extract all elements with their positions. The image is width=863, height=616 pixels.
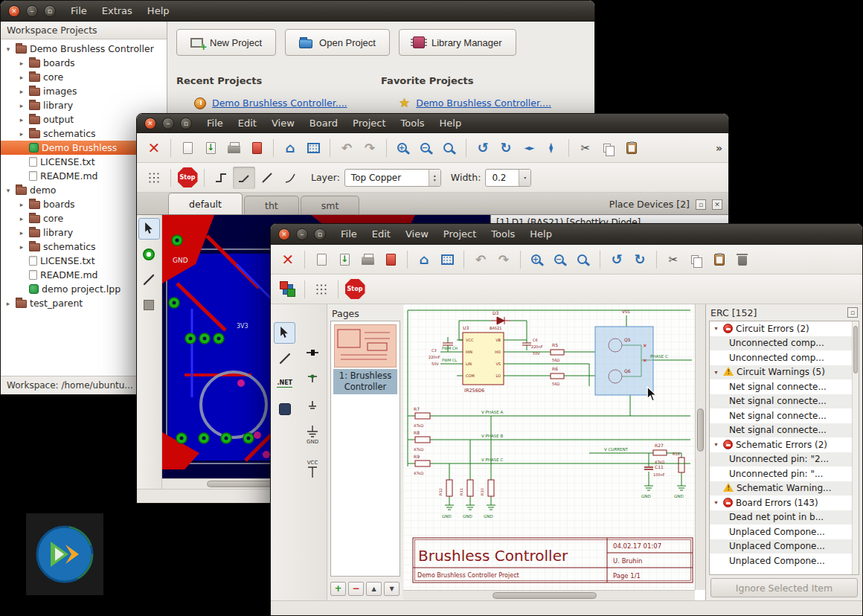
width-select[interactable]: 0.2 ▾ [485,169,531,187]
remove-page-button[interactable]: − [348,582,364,596]
erc-vscrollbar[interactable] [852,321,859,574]
erc-item[interactable]: Unplaced Compone... [710,539,859,554]
expand-arrow[interactable]: ▸ [17,60,26,67]
expand-arrow[interactable]: ▾ [712,499,720,506]
expand-arrow[interactable]: ▾ [4,187,13,194]
layer-select[interactable]: Top Copper ▴▾ [344,169,441,187]
draw-trace-tool[interactable] [138,269,160,290]
tree-item-boards[interactable]: ▸boards [1,56,167,70]
expand-arrow[interactable]: ▸ [17,201,26,208]
add-via-tool[interactable] [138,243,160,265]
rotate-ccw-button[interactable]: ↺ [606,248,628,271]
draw-wire-tool[interactable] [302,341,324,363]
erc-group-board-errors[interactable]: ▾Board Errors (143) [710,495,859,510]
menu-file[interactable]: File [341,228,357,240]
add-junction-tool[interactable] [302,368,324,389]
erc-item[interactable]: Unconnected comp... [710,350,859,365]
zoom-fit-button[interactable] [572,248,594,271]
undo-button[interactable]: ↶ [469,248,492,271]
maximize-button[interactable]: ▫ [44,5,56,17]
rotate-ccw-button[interactable]: ↺ [472,137,494,159]
erc-vscroll-handle[interactable] [853,326,858,373]
erc-group-circuit-errors[interactable]: ▾Circuit Errors (2) [710,321,859,336]
expand-arrow[interactable]: ▾ [712,369,720,376]
copy-button[interactable] [685,248,708,271]
expand-arrow[interactable]: ▸ [17,243,26,251]
dock-float-icon[interactable]: ▫ [696,199,706,210]
select-tool[interactable] [274,322,295,344]
expand-arrow[interactable]: ▸ [17,74,26,81]
delete-button[interactable] [731,248,754,271]
expand-arrow[interactable]: ▸ [17,130,26,138]
tab-default[interactable]: default [168,193,243,214]
workspace-projects-header[interactable]: Workspace Projects [1,22,167,39]
paste-button[interactable] [620,137,643,159]
zoom-out-button[interactable]: − [415,137,437,159]
wire-mode-45-button[interactable] [233,167,255,189]
menu-help[interactable]: Help [530,228,552,240]
close-button[interactable]: ✕ [144,118,156,129]
wire-mode-corner-button[interactable] [210,167,232,189]
schematic-hscrollbar[interactable] [403,590,695,600]
flip-horizontal-button[interactable]: ◄► [518,137,540,159]
erc-group-circuit-warnings[interactable]: ▾Circuit Warnings (5) [710,365,859,380]
favorite-project-item[interactable]: ★ Demo Brushless Controller.... [381,97,586,109]
close-button[interactable]: ✕ [8,5,20,17]
width-dropdown[interactable]: ▾ [519,170,530,186]
export-pdf-button[interactable] [246,137,268,159]
menu-file[interactable]: File [207,118,223,129]
tree-item-core[interactable]: ▸core [1,70,167,84]
tab-smt[interactable]: smt [301,196,360,214]
move-page-up-button[interactable]: ▲ [366,582,382,596]
print-button[interactable] [222,137,245,159]
expand-arrow[interactable]: ▸ [17,88,26,95]
erc-item[interactable]: Unconnected comp... [710,336,859,351]
copy-button[interactable] [597,137,620,159]
add-vcc-tool[interactable]: VCC [302,454,324,484]
erc-item[interactable]: Unplaced Compone... [710,554,859,568]
erc-item[interactable]: Net signal connecte... [710,408,859,423]
menu-board[interactable]: Board [309,118,338,129]
grid-properties-button[interactable] [310,278,333,301]
erc-item[interactable]: Dead net point in b... [710,510,859,525]
redo-button[interactable]: ↷ [493,248,515,271]
select-tool[interactable] [138,218,160,240]
add-component-tool[interactable] [302,394,324,415]
add-image-tool[interactable] [274,398,295,420]
add-page-button[interactable]: + [330,582,346,596]
wire-mode-straight-button[interactable] [256,167,278,189]
redo-button[interactable]: ↷ [359,137,381,159]
erc-item[interactable]: Net signal connecte... [710,423,859,438]
page-thumbnail[interactable] [334,324,397,368]
menu-view[interactable]: View [405,228,429,240]
close-button[interactable]: ✕ [278,228,290,240]
rotate-cw-button[interactable]: ↻ [629,248,651,271]
expand-arrow[interactable]: ▾ [712,325,720,332]
close-project-button[interactable]: ✕ [143,137,165,159]
zoom-fit-button[interactable] [438,137,461,159]
flip-vertical-button[interactable]: ◄► [541,137,563,159]
recent-project-link[interactable]: Demo Brushless Controller.... [212,97,347,109]
cut-button[interactable]: ✂ [662,248,684,271]
new-button[interactable] [176,137,199,159]
schematic-hscroll-handle[interactable] [493,592,597,599]
paste-button[interactable] [708,248,731,271]
schematic-vscrollbar[interactable] [695,304,705,590]
grid-properties-button[interactable] [143,167,165,189]
expand-arrow[interactable]: ▾ [712,441,720,448]
add-netlabel-tool[interactable]: .NET [274,373,295,394]
expand-arrow[interactable]: ▾ [4,45,13,53]
board-grid-button[interactable] [436,248,458,271]
maximize-button[interactable]: ▫ [180,118,192,129]
menu-help[interactable]: Help [147,5,170,16]
add-gnd-tool[interactable]: GND [302,420,324,449]
rotate-cw-button[interactable]: ↻ [495,137,517,159]
erc-item[interactable]: Unconnected pin: "2... [710,452,859,467]
erc-group-schematic-warnings[interactable]: Schematic Warning... [710,481,859,496]
cut-button[interactable]: ✂ [574,137,597,159]
erc-item[interactable]: Unplaced Compone... [710,524,859,539]
expand-arrow[interactable]: ▸ [17,215,26,222]
stop-command-button[interactable]: Stop [176,167,199,189]
move-page-down-button[interactable]: ▼ [384,582,400,596]
menu-extras[interactable]: Extras [102,5,132,16]
